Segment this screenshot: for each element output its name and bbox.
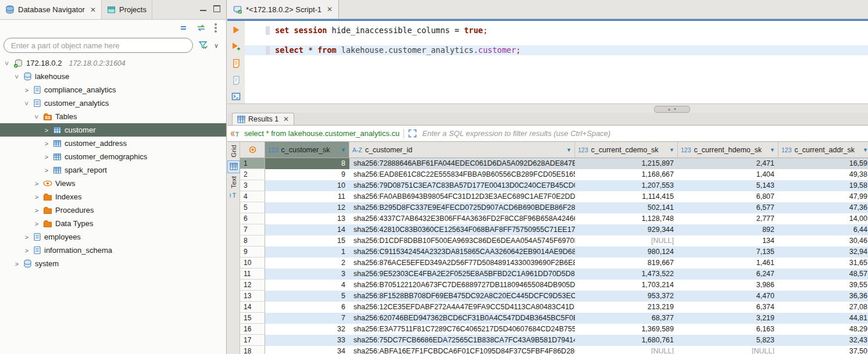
explain-plan-button[interactable] bbox=[232, 76, 241, 85]
row-header[interactable]: 7 bbox=[240, 224, 265, 235]
chevron-icon[interactable]: > bbox=[23, 234, 30, 241]
cell-c-current-addr-sk[interactable]: 47,36 bbox=[778, 202, 868, 213]
column-header-c-current-cdemo-sk[interactable]: 123c_current_cdemo_sk▼ bbox=[575, 142, 678, 158]
close-icon[interactable]: ✕ bbox=[327, 5, 333, 13]
row-header[interactable]: 4 bbox=[240, 191, 265, 202]
cell-c-current-cdemo-sk[interactable]: 1,168,667 bbox=[575, 169, 678, 180]
cell-c-current-addr-sk[interactable]: 48,57 bbox=[778, 269, 868, 280]
row-header[interactable]: 5 bbox=[240, 202, 265, 213]
cell-c-current-hdemo-sk[interactable]: 5,143 bbox=[678, 180, 778, 191]
code-line[interactable] bbox=[245, 35, 868, 45]
cell-c-customer-sk[interactable]: 13 bbox=[265, 213, 349, 224]
column-header-c-current-hdemo-sk[interactable]: 123c_current_hdemo_sk▼ bbox=[678, 142, 778, 158]
chevron-icon[interactable]: > bbox=[13, 73, 20, 80]
chevron-icon[interactable]: > bbox=[33, 180, 40, 187]
code-area[interactable]: set session hide_inaccessible_columns = … bbox=[245, 21, 868, 103]
cell-c-current-hdemo-sk[interactable]: 2,777 bbox=[678, 213, 778, 224]
cell-c-current-addr-sk[interactable]: 32,94 bbox=[778, 246, 868, 258]
chevron-icon[interactable]: > bbox=[13, 260, 20, 267]
cell-c-current-cdemo-sk[interactable]: 1,207,553 bbox=[575, 180, 678, 191]
result-filter-input[interactable] bbox=[421, 128, 868, 138]
tree-item-procedures[interactable]: >Procedures bbox=[0, 203, 226, 217]
cell-c-current-hdemo-sk[interactable]: 1,461 bbox=[678, 258, 778, 269]
view-menu-icon[interactable] bbox=[215, 27, 217, 29]
cell-c-current-hdemo-sk[interactable]: 7,135 bbox=[678, 246, 778, 258]
sort-dropdown-icon[interactable]: ▼ bbox=[666, 147, 674, 153]
cell-c-current-hdemo-sk[interactable]: 2,471 bbox=[678, 158, 778, 169]
cell-c-current-cdemo-sk[interactable]: 1,215,897 bbox=[575, 158, 678, 169]
chevron-icon[interactable]: > bbox=[43, 140, 50, 147]
cell-c-current-hdemo-sk[interactable]: 892 bbox=[678, 224, 778, 235]
execute-script-button[interactable] bbox=[232, 59, 241, 68]
cell-c-customer-id[interactable]: sha256:E3A77511F81C7289C76C4065217D5D406… bbox=[349, 324, 575, 335]
tree-item-customer-address[interactable]: >customer_address bbox=[0, 137, 226, 150]
cell-c-current-hdemo-sk[interactable]: 5,823 bbox=[678, 335, 778, 346]
cell-c-current-addr-sk[interactable]: 16,59 bbox=[778, 158, 868, 169]
cell-c-current-cdemo-sk[interactable]: 213,219 bbox=[575, 302, 678, 313]
execute-statement-button[interactable] bbox=[232, 26, 240, 34]
code-line[interactable]: select * from lakehouse.customer_analyti… bbox=[245, 45, 868, 55]
cell-c-current-hdemo-sk[interactable]: 6,577 bbox=[678, 202, 778, 213]
tree-item-views[interactable]: >Views bbox=[0, 177, 226, 190]
tab-script-1[interactable]: *<172.18.0.2> Script-1 ✕ bbox=[227, 0, 339, 19]
column-header-c-customer-id[interactable]: A-Zc_customer_id▼ bbox=[349, 142, 575, 158]
cell-c-current-hdemo-sk[interactable]: 1,404 bbox=[678, 169, 778, 180]
cell-c-current-addr-sk[interactable]: 32,43 bbox=[778, 335, 868, 346]
chevron-icon[interactable]: > bbox=[33, 220, 40, 227]
row-header[interactable]: 3 bbox=[240, 180, 265, 191]
tree-item-system[interactable]: >system bbox=[0, 257, 226, 270]
chevron-icon[interactable]: > bbox=[33, 113, 40, 120]
link-with-editor-icon[interactable] bbox=[197, 24, 206, 32]
cell-c-current-cdemo-sk[interactable]: 953,372 bbox=[575, 291, 678, 302]
cell-c-current-cdemo-sk[interactable]: 1,680,761 bbox=[575, 335, 678, 346]
row-header[interactable]: 18 bbox=[240, 346, 265, 354]
cell-c-current-addr-sk[interactable]: 49,38 bbox=[778, 169, 868, 180]
chevron-icon[interactable]: > bbox=[43, 167, 50, 174]
cell-c-current-addr-sk[interactable]: 14,00 bbox=[778, 213, 868, 224]
sql-console-button[interactable] bbox=[231, 92, 241, 101]
cell-c-customer-id[interactable]: sha256:75DC7FCB6686EDA72565C1B838CA7FC43… bbox=[349, 335, 575, 346]
cell-c-customer-sk[interactable]: 12 bbox=[265, 202, 349, 213]
splitter-handle[interactable]: ▲ ▼ bbox=[654, 106, 690, 113]
select-all-corner[interactable] bbox=[240, 142, 265, 158]
collapse-all-icon[interactable] bbox=[180, 24, 188, 32]
cell-c-current-addr-sk[interactable]: 27,08 bbox=[778, 302, 868, 313]
close-icon[interactable]: ✕ bbox=[283, 115, 289, 123]
row-header[interactable]: 9 bbox=[240, 246, 265, 258]
cell-c-current-cdemo-sk[interactable]: [NULL] bbox=[575, 235, 678, 246]
cell-c-current-cdemo-sk[interactable]: 819,667 bbox=[575, 258, 678, 269]
cell-c-current-hdemo-sk[interactable]: 6,807 bbox=[678, 191, 778, 202]
cell-c-customer-id[interactable]: sha256:4337C7AB6432E3B06FF4A3636FD2F8CC8… bbox=[349, 213, 575, 224]
tree-item-customer[interactable]: >customer bbox=[0, 123, 226, 137]
cell-c-customer-id[interactable]: sha256:B295D8FC337E9E4FECD0725D907ACD6B6… bbox=[349, 202, 575, 213]
object-search-input[interactable] bbox=[3, 38, 193, 53]
tree-item-data-types[interactable]: >Data Types bbox=[0, 217, 226, 230]
column-header-c-current-addr-sk[interactable]: 123c_current_addr_sk▼ bbox=[778, 142, 868, 158]
maximize-button[interactable] bbox=[213, 5, 220, 12]
cell-c-customer-id[interactable]: sha256:FA0ABB6943B98054FC31D12D3E3AEC689… bbox=[349, 191, 575, 202]
cell-c-customer-id[interactable]: sha256:12CE35EFDABF272A4A47E9FA9CC5D4113… bbox=[349, 302, 575, 313]
cell-c-current-addr-sk[interactable]: 31,65 bbox=[778, 258, 868, 269]
expand-filter-icon[interactable] bbox=[408, 129, 417, 138]
sort-dropdown-icon[interactable]: ▼ bbox=[766, 147, 775, 153]
tree-item-compliance-analytics[interactable]: >compliance_analytics bbox=[0, 83, 226, 96]
tab-database-navigator[interactable]: Database Navigator✕ bbox=[0, 0, 102, 19]
tab-results-1[interactable]: Results 1 ✕ bbox=[232, 113, 294, 125]
cell-c-current-addr-sk[interactable]: 44,81 bbox=[778, 313, 868, 324]
cell-c-current-addr-sk[interactable]: 6,44 bbox=[778, 224, 868, 235]
cell-c-current-hdemo-sk[interactable]: 6,247 bbox=[678, 269, 778, 280]
cell-c-customer-sk[interactable]: 33 bbox=[265, 335, 349, 346]
cell-c-customer-sk[interactable]: 1 bbox=[265, 246, 349, 258]
cell-c-current-cdemo-sk[interactable]: 929,344 bbox=[575, 224, 678, 235]
tab-grid-label[interactable]: Grid bbox=[230, 145, 237, 158]
column-header-c-customer-sk[interactable]: 123c_customer_sk▼ bbox=[265, 142, 349, 158]
cell-c-customer-sk[interactable]: 7 bbox=[265, 313, 349, 324]
text-icon[interactable]: T bbox=[230, 191, 238, 199]
cell-c-customer-sk[interactable]: 3 bbox=[265, 269, 349, 280]
cell-c-current-cdemo-sk[interactable]: 1,703,214 bbox=[575, 280, 678, 291]
row-header[interactable]: 1 bbox=[240, 158, 265, 169]
cell-c-current-cdemo-sk[interactable]: 502,141 bbox=[575, 202, 678, 213]
cell-c-customer-id[interactable]: sha256:C9115342454A2323DA815865CAA326064… bbox=[349, 246, 575, 258]
chevron-icon[interactable]: > bbox=[33, 194, 40, 201]
row-header[interactable]: 13 bbox=[240, 291, 265, 302]
